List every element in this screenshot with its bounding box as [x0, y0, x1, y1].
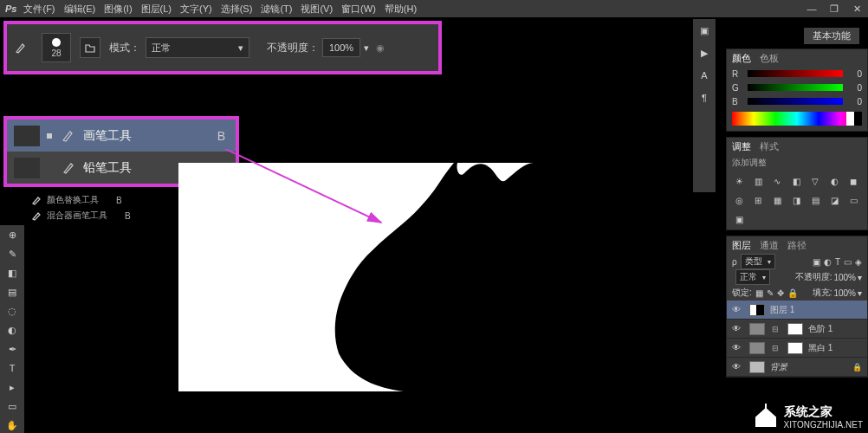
adj-curves-icon[interactable]: ∿ — [770, 174, 784, 188]
visibility-icon[interactable]: 👁 — [732, 324, 744, 333]
slider-track[interactable] — [748, 98, 843, 105]
adj-vibrance-icon[interactable]: ▽ — [808, 174, 822, 188]
tool-mixer-brush[interactable]: 混合器画笔工具 B — [31, 208, 131, 223]
tool-clone-stamp[interactable]: ⊕ — [0, 225, 24, 244]
menu-view[interactable]: 视图(V) — [301, 3, 333, 16]
layer-blend-select[interactable]: 正常▾ — [735, 269, 770, 285]
menu-window[interactable]: 窗口(W) — [341, 3, 376, 16]
workspace-basic[interactable]: 基本功能 — [804, 28, 859, 44]
tab-channels[interactable]: 通道 — [760, 239, 779, 252]
adj-lookup-icon[interactable]: ▦ — [770, 193, 784, 207]
tab-color[interactable]: 颜色 — [732, 52, 751, 65]
menu-help[interactable]: 帮助(H) — [385, 3, 417, 16]
document-canvas[interactable] — [178, 163, 581, 391]
menu-type[interactable]: 文字(Y) — [180, 3, 212, 16]
layer-row[interactable]: 👁 背景 🔒 — [727, 358, 867, 377]
dropdown-icon[interactable]: ▾ — [364, 42, 369, 54]
dropdown-icon[interactable]: ▾ — [858, 273, 862, 282]
pencil-icon — [61, 160, 76, 176]
link-icon: ⊟ — [772, 325, 781, 333]
filter-smart-icon[interactable]: ◈ — [855, 257, 862, 267]
blend-mode-select[interactable]: 正常 ▾ — [146, 37, 249, 58]
blue-slider[interactable]: B 0 — [727, 94, 867, 108]
adj-selective-icon[interactable]: ▣ — [732, 212, 746, 226]
dock-actions[interactable]: ▶ — [693, 42, 716, 64]
tool-preset-brush[interactable] — [12, 41, 29, 55]
tool-color-replace[interactable]: 颜色替换工具 B — [31, 192, 131, 208]
color-spectrum[interactable] — [732, 112, 862, 126]
adj-brightness-icon[interactable]: ☀ — [732, 174, 746, 188]
tool-shape[interactable]: ▭ — [0, 397, 24, 416]
tool-history-brush[interactable]: ✎ — [0, 244, 24, 263]
filter-shape-icon[interactable]: ▭ — [844, 257, 852, 267]
tool-hand[interactable]: ✋ — [0, 416, 24, 433]
fill-value[interactable]: 100% — [833, 288, 856, 298]
adj-channel-mixer-icon[interactable]: ⊞ — [751, 193, 765, 207]
filter-text-icon[interactable]: T — [835, 257, 840, 267]
adj-levels-icon[interactable]: ▥ — [751, 174, 765, 188]
window-close[interactable]: ✕ — [845, 1, 868, 16]
layer-kind-select[interactable]: 类型▾ — [741, 254, 775, 269]
menu-file[interactable]: 文件(F) — [23, 3, 55, 16]
tool-dodge[interactable]: ◐ — [0, 320, 24, 339]
slider-track[interactable] — [748, 84, 843, 91]
menu-image[interactable]: 图像(I) — [104, 3, 132, 16]
tab-swatches[interactable]: 色板 — [760, 52, 779, 65]
adj-poster-icon[interactable]: ▤ — [808, 193, 822, 207]
opacity-field[interactable]: 100% — [322, 38, 360, 57]
visibility-icon[interactable]: 👁 — [732, 305, 744, 314]
slider-track[interactable] — [748, 70, 843, 77]
green-slider[interactable]: G 0 — [727, 81, 867, 94]
tool-text[interactable]: T — [0, 359, 24, 378]
visibility-icon[interactable]: 👁 — [732, 343, 744, 352]
filter-adjust-icon[interactable]: ◐ — [824, 257, 832, 267]
tool-path-select[interactable]: ▸ — [0, 378, 24, 397]
tab-styles[interactable]: 样式 — [760, 140, 779, 153]
lock-pixel-icon[interactable]: ✎ — [767, 288, 774, 298]
adj-bw-icon[interactable]: ◼ — [846, 174, 860, 188]
lock-label: 锁定: — [732, 287, 752, 299]
adj-hue-icon[interactable]: ◐ — [827, 174, 841, 188]
dock-para[interactable]: ¶ — [693, 87, 716, 109]
window-minimize[interactable]: — — [800, 1, 823, 16]
lock-trans-icon[interactable]: ▦ — [755, 288, 763, 298]
adj-exposure-icon[interactable]: ◧ — [789, 174, 803, 188]
visibility-icon[interactable]: 👁 — [732, 362, 744, 372]
dropdown-icon[interactable]: ▾ — [858, 288, 862, 298]
adj-gradient-map-icon[interactable]: ▭ — [846, 193, 860, 207]
tool-gradient[interactable]: ▤ — [0, 282, 24, 301]
window-restore[interactable]: ❐ — [823, 1, 845, 16]
adj-photo-filter-icon[interactable]: ◎ — [732, 193, 746, 207]
menu-select[interactable]: 选择(S) — [221, 3, 253, 16]
layer-opacity-value[interactable]: 100% — [833, 273, 856, 282]
watermark: 系统之家 XITONGZHIJIA.NET — [753, 404, 864, 430]
tool-blur[interactable]: ◌ — [0, 301, 24, 320]
brush-preset-picker[interactable]: 28 — [42, 33, 71, 62]
tool-brush[interactable]: 画笔工具 B — [7, 120, 236, 152]
tab-adjustments[interactable]: 调整 — [732, 140, 751, 153]
watermark-url: XITONGZHIJIA.NET — [784, 420, 864, 430]
pressure-opacity-icon[interactable]: ◉ — [376, 42, 385, 54]
layer-row[interactable]: 👁 图层 1 — [727, 301, 867, 320]
layer-row[interactable]: 👁 ⊟ 黑白 1 — [727, 339, 867, 358]
menu-filter[interactable]: 滤镜(T) — [261, 3, 292, 16]
dock-char[interactable]: A — [693, 64, 716, 87]
adj-threshold-icon[interactable]: ◪ — [827, 193, 841, 207]
dock-history[interactable]: ▣ — [693, 19, 716, 42]
layer-thumb — [749, 342, 765, 354]
lock-all-icon[interactable]: 🔒 — [787, 288, 798, 298]
tab-layers[interactable]: 图层 — [732, 239, 751, 252]
adj-invert-icon[interactable]: ◨ — [789, 193, 803, 207]
tab-paths[interactable]: 路径 — [787, 239, 806, 252]
menu-layer[interactable]: 图层(L) — [141, 3, 172, 16]
tool-pen[interactable]: ✒ — [0, 339, 24, 359]
filter-pixel-icon[interactable]: ▣ — [813, 257, 820, 267]
menu-edit[interactable]: 编辑(E) — [64, 3, 96, 16]
layer-row[interactable]: 👁 ⊟ 色阶 1 — [727, 320, 867, 339]
lock-pos-icon[interactable]: ✥ — [777, 288, 784, 298]
tool-eraser[interactable]: ◧ — [0, 263, 24, 282]
red-slider[interactable]: R 0 — [727, 67, 867, 81]
layer-opacity-label: 不透明度: — [795, 271, 832, 283]
brush-panel-toggle[interactable] — [80, 37, 100, 58]
extra-tool-list: 颜色替换工具 B 混合器画笔工具 B — [31, 192, 131, 223]
